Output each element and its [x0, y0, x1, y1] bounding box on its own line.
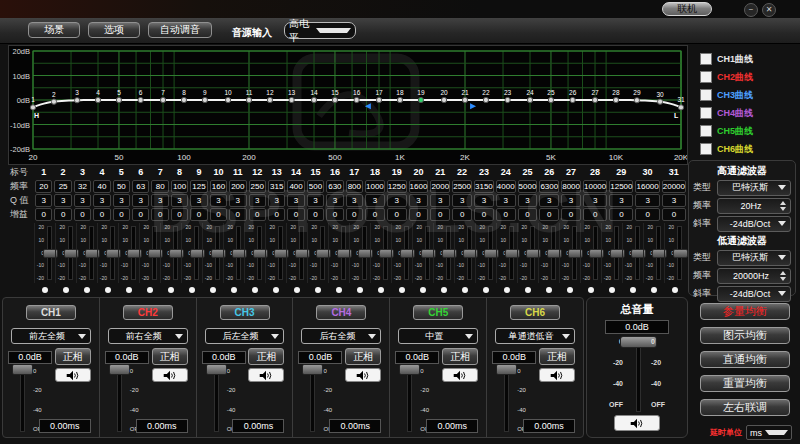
band-point-4[interactable] [95, 97, 100, 102]
band-point-25[interactable] [548, 97, 553, 102]
band-freq-input[interactable]: 400 [287, 180, 304, 193]
slider-track[interactable] [407, 370, 412, 432]
band-gain-input[interactable]: 0 [387, 208, 407, 221]
band-freq-input[interactable]: 8000 [561, 180, 581, 193]
phase-button[interactable]: 正相 [539, 348, 575, 365]
band-gain-input[interactable]: 0 [326, 208, 343, 221]
channel-button-1[interactable]: CH1 [26, 305, 76, 320]
slider-track[interactable] [677, 226, 682, 280]
band-freq-input[interactable]: 315 [268, 180, 285, 193]
options-button[interactable]: 选项 [88, 22, 140, 38]
phase-button[interactable]: 正相 [442, 348, 478, 365]
band-q-input[interactable]: 3 [409, 194, 429, 207]
band-q-input[interactable]: 3 [307, 194, 324, 207]
band-q-input[interactable]: 3 [452, 194, 472, 207]
phase-button[interactable]: 正相 [345, 348, 381, 365]
band-gain-input[interactable]: 0 [452, 208, 472, 221]
channel-gain-value[interactable]: 0.0dB [105, 351, 149, 364]
mute-button[interactable] [442, 368, 478, 382]
mute-button[interactable] [539, 368, 575, 382]
curve-toggle-ch6[interactable]: CH6曲线 [700, 140, 796, 158]
band-gain-input[interactable]: 0 [346, 208, 363, 221]
band-q-input[interactable]: 3 [346, 194, 363, 207]
mode-button-2[interactable]: 图示均衡 [700, 327, 790, 344]
channel-mode-select[interactable]: 中置 [398, 328, 478, 344]
slider-track[interactable] [131, 226, 136, 280]
band-freq-input[interactable]: 16000 [635, 180, 659, 193]
band-gain-input[interactable]: 0 [74, 208, 91, 221]
band-point-26[interactable] [570, 97, 575, 102]
band-q-input[interactable]: 3 [74, 194, 91, 207]
band-point-15[interactable] [332, 97, 337, 102]
eq-band-slider-4[interactable]: 20100-10-20 [97, 223, 118, 283]
band-gain-input[interactable]: 0 [409, 208, 429, 221]
checkbox-icon[interactable] [700, 53, 712, 65]
band-freq-input[interactable]: 250 [249, 180, 266, 193]
connect-button[interactable]: 联机 [662, 2, 712, 16]
slider-track[interactable] [236, 226, 241, 280]
band-q-input[interactable]: 3 [35, 194, 52, 207]
band-gain-input[interactable]: 0 [132, 208, 149, 221]
minimize-button[interactable]: − [744, 3, 758, 17]
band-point-24[interactable] [527, 97, 532, 102]
band-freq-input[interactable]: 50 [113, 180, 130, 193]
band-freq-input[interactable]: 6300 [539, 180, 559, 193]
eq-band-slider-6[interactable]: 20100-10-20 [139, 223, 160, 283]
slider-track[interactable] [20, 370, 25, 432]
band-q-input[interactable]: 3 [609, 194, 633, 207]
source-input-select[interactable]: 高电平 [284, 22, 356, 39]
band-point-5[interactable] [116, 97, 121, 102]
band-point-14[interactable] [311, 97, 316, 102]
slider-track[interactable] [214, 370, 219, 432]
slider-track[interactable] [488, 226, 493, 280]
eq-band-slider-1[interactable]: 20100-10-20 [34, 223, 55, 283]
slider-track[interactable] [636, 338, 641, 412]
channel-button-5[interactable]: CH5 [413, 305, 463, 320]
close-button[interactable]: ✕ [762, 3, 776, 17]
slider-track[interactable] [110, 226, 115, 280]
band-point-9[interactable] [202, 97, 207, 102]
band-freq-input[interactable]: 2000 [430, 180, 450, 193]
master-volume-slider[interactable]: 0-20-40OFF 0-20-40OFF [587, 336, 687, 412]
slider-track[interactable] [320, 226, 325, 280]
band-freq-input[interactable]: 1250 [387, 180, 407, 193]
band-freq-input[interactable]: 500 [307, 180, 324, 193]
band-q-input[interactable]: 3 [583, 194, 607, 207]
checkbox-icon[interactable] [700, 71, 712, 83]
channel-gain-value[interactable]: 0.0dB [298, 351, 342, 364]
band-point-17[interactable] [376, 97, 381, 102]
band-q-input[interactable]: 3 [249, 194, 266, 207]
channel-mode-select[interactable]: 后左全频 [205, 328, 285, 344]
band-q-input[interactable]: 3 [474, 194, 494, 207]
band-point-19[interactable] [418, 97, 423, 102]
eq-band-slider-13[interactable]: 20100-10-20 [286, 223, 307, 283]
eq-band-slider-23[interactable]: 20100-10-20 [496, 223, 517, 283]
filter-select[interactable]: -24dB/Oct [717, 286, 791, 302]
auto-tune-button[interactable]: 自动调音 [148, 22, 212, 38]
master-mute-button[interactable] [614, 415, 660, 431]
band-point-31[interactable] [678, 105, 683, 110]
band-point-8[interactable] [181, 97, 186, 102]
band-gain-input[interactable]: 0 [151, 208, 168, 221]
band-point-3[interactable] [74, 98, 79, 103]
master-volume-value[interactable]: 0.0dB [605, 320, 669, 334]
band-point-23[interactable] [505, 97, 510, 102]
eq-band-slider-26[interactable]: 20100-10-20 [559, 223, 580, 283]
slider-track[interactable] [509, 226, 514, 280]
band-gain-input[interactable]: 0 [518, 208, 538, 221]
eq-band-slider-17[interactable]: 20100-10-20 [370, 223, 391, 283]
slider-track[interactable] [89, 226, 94, 280]
eq-band-slider-15[interactable]: 20100-10-20 [328, 223, 349, 283]
filter-select[interactable]: 巴特沃斯 [717, 250, 791, 266]
band-gain-input[interactable]: 0 [561, 208, 581, 221]
curve-toggle-ch1[interactable]: CH1曲线 [700, 50, 796, 68]
eq-band-slider-27[interactable]: 20100-10-20 [580, 223, 601, 283]
band-q-input[interactable]: 3 [171, 194, 188, 207]
band-point-27[interactable] [592, 97, 597, 102]
eq-band-slider-12[interactable]: 20100-10-20 [265, 223, 286, 283]
band-freq-input[interactable]: 800 [346, 180, 363, 193]
band-q-input[interactable]: 3 [190, 194, 207, 207]
band-gain-input[interactable]: 0 [268, 208, 285, 221]
slider-track[interactable] [215, 226, 220, 280]
band-q-input[interactable]: 3 [662, 194, 686, 207]
